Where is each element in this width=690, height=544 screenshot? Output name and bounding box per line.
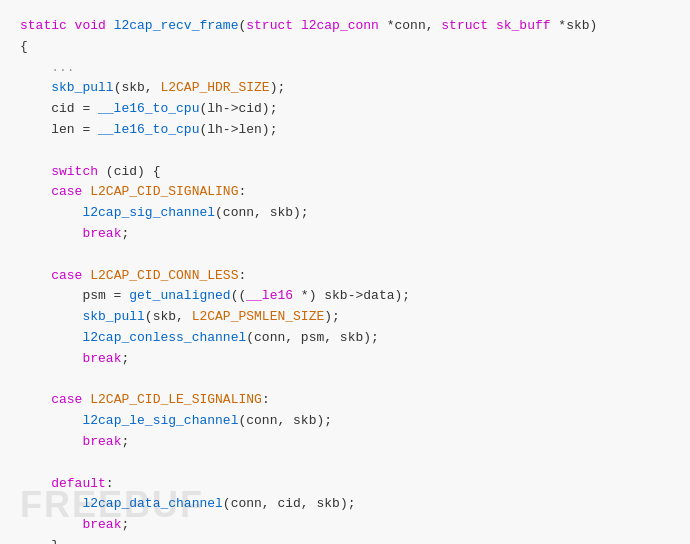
token: case [51,268,90,283]
code-line: case L2CAP_CID_CONN_LESS: [20,266,670,287]
code-line: cid = __le16_to_cpu(lh->cid); [20,99,670,120]
code-line [20,245,670,266]
code-line: case L2CAP_CID_SIGNALING: [20,182,670,203]
token: default [51,476,106,491]
token: ; [121,351,129,366]
token: { [20,39,28,54]
token: switch [51,164,98,179]
token: static [20,18,75,33]
code-block: static void l2cap_recv_frame(struct l2ca… [20,16,670,544]
code-line: l2cap_data_channel(conn, cid, skb); [20,494,670,515]
token [20,476,51,491]
token: ... [20,60,75,75]
code-line: break; [20,432,670,453]
token: skb_pull [82,309,144,324]
token: (skb, [145,309,192,324]
token: *conn, [387,18,442,33]
token: (conn, cid, skb); [223,496,356,511]
token: *skb) [558,18,597,33]
code-line: static void l2cap_recv_frame(struct l2ca… [20,16,670,37]
token: case [51,184,90,199]
token: l2cap_data_channel [82,496,222,511]
token [20,496,82,511]
token: L2CAP_CID_LE_SIGNALING [90,392,262,407]
token: (skb, [114,80,161,95]
token [20,309,82,324]
code-line [20,453,670,474]
token: break [82,351,121,366]
token: L2CAP_CID_SIGNALING [90,184,238,199]
code-line: ... [20,58,670,79]
token [20,226,82,241]
token: ); [270,80,286,95]
token: ; [121,517,129,532]
code-line: skb_pull(skb, L2CAP_PSMLEN_SIZE); [20,307,670,328]
token: get_unaligned [129,288,230,303]
token: L2CAP_HDR_SIZE [160,80,269,95]
token [20,164,51,179]
token [20,330,82,345]
token: break [82,434,121,449]
code-line: l2cap_sig_channel(conn, skb); [20,203,670,224]
code-line: psm = get_unaligned((__le16 *) skb->data… [20,286,670,307]
code-line [20,370,670,391]
token: l2cap_sig_channel [82,205,215,220]
code-line: default: [20,474,670,495]
token: l2cap_conn [301,18,387,33]
token: l2cap_conless_channel [82,330,246,345]
token: skb_pull [51,80,113,95]
token [20,184,51,199]
token: cid = [20,101,98,116]
token: l2cap_le_sig_channel [82,413,238,428]
token: } [20,538,59,544]
token [20,351,82,366]
token: psm = [20,288,129,303]
token: case [51,392,90,407]
code-line: switch (cid) { [20,162,670,183]
token: (conn, psm, skb); [246,330,379,345]
token: (conn, skb); [215,205,309,220]
token [20,205,82,220]
token: ); [324,309,340,324]
token: : [262,392,270,407]
token: L2CAP_CID_CONN_LESS [90,268,238,283]
token [20,80,51,95]
token: struct [246,18,301,33]
token [20,268,51,283]
token: : [238,184,246,199]
code-line: case L2CAP_CID_LE_SIGNALING: [20,390,670,411]
token: __le16 [246,288,293,303]
code-line: break; [20,515,670,536]
code-line: break; [20,224,670,245]
code-container: static void l2cap_recv_frame(struct l2ca… [0,0,690,544]
token: __le16_to_cpu [98,122,199,137]
token: *) skb->data); [293,288,410,303]
token: break [82,226,121,241]
code-line [20,141,670,162]
token: break [82,517,121,532]
token: ; [121,434,129,449]
code-line: skb_pull(skb, L2CAP_HDR_SIZE); [20,78,670,99]
token [20,392,51,407]
code-line: break; [20,349,670,370]
token: ; [121,226,129,241]
token: L2CAP_PSMLEN_SIZE [192,309,325,324]
code-line: l2cap_le_sig_channel(conn, skb); [20,411,670,432]
token [20,517,82,532]
code-line: l2cap_conless_channel(conn, psm, skb); [20,328,670,349]
token: sk_buff [496,18,558,33]
token: void [75,18,114,33]
token: (lh->len); [199,122,277,137]
token [20,413,82,428]
token: struct [441,18,496,33]
code-line: len = __le16_to_cpu(lh->len); [20,120,670,141]
token: (cid) { [98,164,160,179]
token: (conn, skb); [238,413,332,428]
token: l2cap_recv_frame [114,18,239,33]
token: : [238,268,246,283]
token: (( [231,288,247,303]
token: __le16_to_cpu [98,101,199,116]
token: (lh->cid); [199,101,277,116]
token: len = [20,122,98,137]
code-line: } [20,536,670,544]
